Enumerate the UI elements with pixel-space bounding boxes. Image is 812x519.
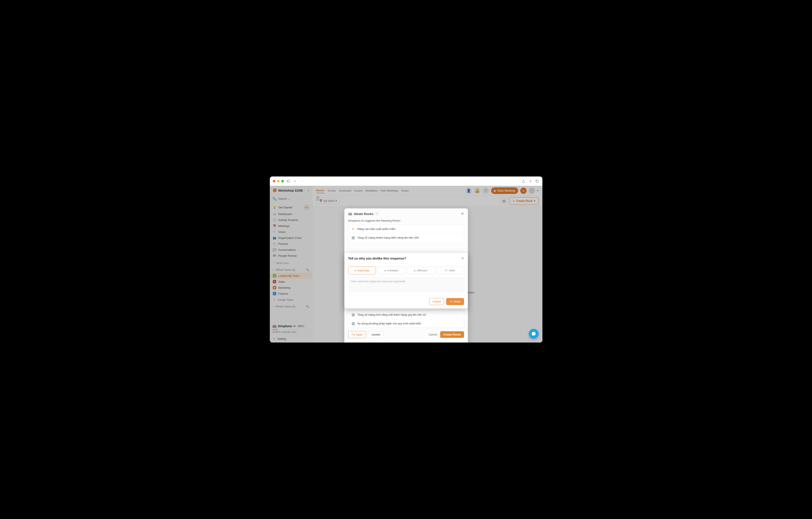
try-again-button[interactable]: Try Again xyxy=(348,331,366,338)
app-chrome: Workshop 31/08 ▾ 🔍 ⌘ K 💡Get Started50% ▦… xyxy=(270,186,542,342)
feedback-body: ⌀Inaccurate ⌀Unhelpful ⌀Offensive ⓘOther xyxy=(344,264,468,295)
feedback-modal: Tell us why you dislike this response? ✕… xyxy=(344,253,468,308)
send-icon: ✈ xyxy=(450,300,452,303)
slash-icon: ⌀ xyxy=(385,269,386,272)
share-icon[interactable] xyxy=(521,179,526,183)
star-icon: ★ xyxy=(351,227,355,231)
building-icon: 🏢 xyxy=(351,236,355,239)
minimize-window-button[interactable] xyxy=(277,180,280,182)
modal-footer: Try Again Update Cancel Create Rocks xyxy=(344,328,468,341)
feedback-footer: Cancel ✈Send xyxy=(344,295,468,308)
cancel-button[interactable]: Cancel xyxy=(428,331,438,338)
close-icon[interactable]: ✕ xyxy=(461,256,464,261)
close-icon[interactable]: ✕ xyxy=(461,211,464,216)
back-button[interactable] xyxy=(293,179,297,183)
modal-title: Ideate Rocks xyxy=(354,212,374,216)
forward-button[interactable] xyxy=(300,179,304,183)
mac-titlebar xyxy=(270,177,542,186)
suggestion-row[interactable]: 🏢Tăng số lượng tính năng mới thêm hàng q… xyxy=(348,310,464,319)
sidebar-toggle-icon[interactable] xyxy=(286,179,291,183)
robot-icon: 🤖 xyxy=(348,212,352,216)
update-button[interactable]: Update xyxy=(368,331,383,338)
maximize-window-button[interactable] xyxy=(281,180,284,182)
suggestion-row[interactable]: 🏢Áp dụng phương pháp Agile cho quy trình… xyxy=(348,319,464,328)
info-icon: ⓘ xyxy=(445,269,447,272)
help-icon[interactable]: ? xyxy=(375,212,379,215)
suggestion-row[interactable]: 🏢Tăng số lượng khách hàng tiềm năng lên … xyxy=(348,233,464,242)
slash-icon: ⌀ xyxy=(354,269,356,272)
chat-bubble-button[interactable] xyxy=(529,329,539,339)
tabs-overview-icon[interactable] xyxy=(535,179,540,183)
suggestion-row[interactable]: ★Nâng cao hiệu suất phần mềm xyxy=(348,224,464,233)
new-tab-icon[interactable] xyxy=(528,179,532,183)
svg-rect-0 xyxy=(287,180,290,182)
feedback-header: Tell us why you dislike this response? ✕ xyxy=(344,253,468,264)
feedback-title: Tell us why you dislike this response? xyxy=(348,256,406,260)
modal-disclaimer: ⓘ AI responses can be misleading or inac… xyxy=(344,341,468,342)
reason-offensive[interactable]: ⌀Offensive xyxy=(407,267,435,274)
cancel-button[interactable]: Cancel xyxy=(429,298,444,305)
app-window: Workshop 31/08 ▾ 🔍 ⌘ K 💡Get Started50% ▦… xyxy=(270,177,542,342)
close-window-button[interactable] xyxy=(273,180,276,182)
reason-unhelpful[interactable]: ⌀Unhelpful xyxy=(378,267,405,274)
modal-subtitle: Simplamo AI suggests the following Rocks… xyxy=(344,219,468,224)
send-button[interactable]: ✈Send xyxy=(446,298,464,305)
modal-header: 🤖 Ideate Rocks ? ✕ xyxy=(344,208,468,219)
feedback-textarea[interactable] xyxy=(348,277,464,292)
reason-row: ⌀Inaccurate ⌀Unhelpful ⌀Offensive ⓘOther xyxy=(348,267,464,274)
reason-other[interactable]: ⓘOther xyxy=(436,267,464,274)
building-icon: 🏢 xyxy=(351,313,355,316)
reason-inaccurate[interactable]: ⌀Inaccurate xyxy=(348,267,376,274)
building-icon: 🏢 xyxy=(351,322,355,325)
svg-rect-5 xyxy=(536,180,538,182)
slash-icon: ⌀ xyxy=(414,269,415,272)
create-rocks-button[interactable]: Create Rocks xyxy=(440,331,464,338)
window-controls xyxy=(273,180,284,182)
